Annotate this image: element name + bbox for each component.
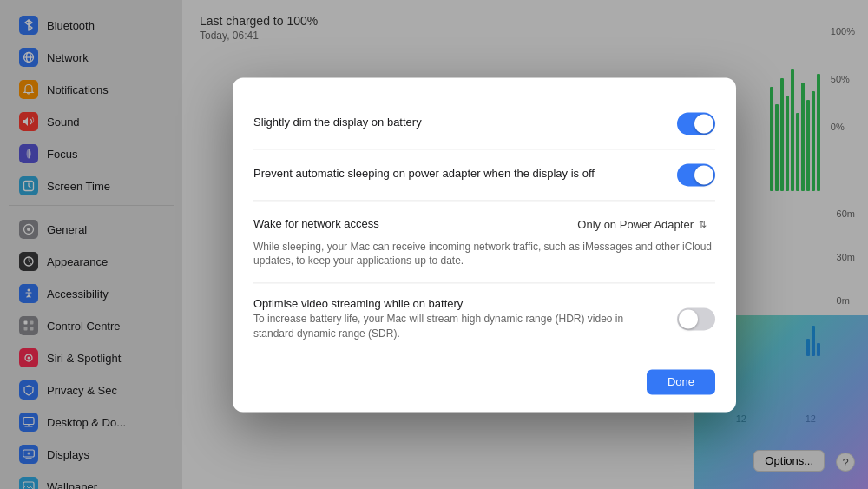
- modal-wake-title: Wake for network access: [253, 217, 379, 230]
- toggle-knob-video: [679, 310, 698, 329]
- modal-row-wake-network: Wake for network access Only on Power Ad…: [253, 201, 715, 284]
- modal-row-video-text: Optimise video streaming while on batter…: [253, 298, 677, 342]
- modal-row-optimise-video: Optimise video streaming while on batter…: [253, 284, 715, 356]
- modal-video-title: Optimise video streaming while on batter…: [253, 298, 663, 311]
- modal-wake-desc: While sleeping, your Mac can receive inc…: [253, 240, 715, 269]
- wake-network-dropdown[interactable]: Only on Power Adapter ⇅: [569, 215, 715, 235]
- modal-row-dim-text: Slightly dim the display on battery: [253, 116, 677, 130]
- toggle-optimise-video[interactable]: [677, 308, 715, 331]
- wake-dropdown-value: Only on Power Adapter: [577, 218, 694, 231]
- modal-row-sleeping-text: Prevent automatic sleeping on power adap…: [253, 167, 677, 182]
- toggle-prevent-sleeping[interactable]: [677, 163, 715, 186]
- modal-row-prevent-sleeping: Prevent automatic sleeping on power adap…: [253, 149, 715, 201]
- modal-video-desc: To increase battery life, your Mac will …: [253, 313, 663, 342]
- modal-sleeping-title: Prevent automatic sleeping on power adap…: [253, 167, 663, 180]
- modal-row-dim-display: Slightly dim the display on battery: [253, 98, 715, 149]
- toggle-knob-dim: [694, 114, 713, 133]
- toggle-knob-sleeping: [694, 165, 713, 184]
- toggle-dim-display[interactable]: [677, 112, 715, 135]
- chevron-updown-icon: ⇅: [699, 219, 707, 230]
- modal-dim-title: Slightly dim the display on battery: [253, 116, 663, 129]
- battery-modal: Slightly dim the display on battery Prev…: [233, 77, 736, 412]
- done-button[interactable]: Done: [647, 369, 715, 394]
- modal-footer: Done: [253, 355, 715, 394]
- modal-wake-top: Wake for network access Only on Power Ad…: [253, 215, 715, 235]
